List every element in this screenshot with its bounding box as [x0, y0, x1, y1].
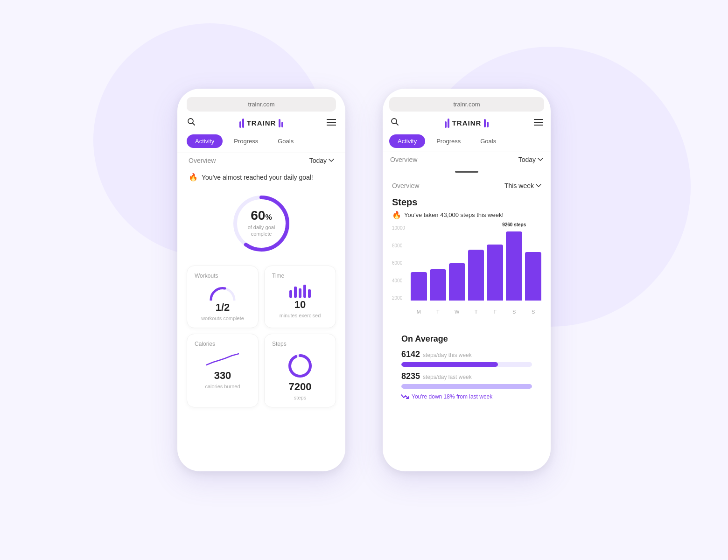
search-icon-left[interactable]: [187, 117, 196, 129]
brand-bar-r4: [487, 122, 489, 127]
tab-goals-right[interactable]: Goals: [472, 134, 504, 148]
brand-text-left: TRAINR: [247, 119, 276, 127]
y-label-4000: 4000: [392, 279, 405, 283]
tab-activity-left[interactable]: Activity: [187, 134, 223, 148]
workouts-card: Workouts 1/2 workouts complete: [187, 266, 259, 328]
workouts-title: Workouts: [195, 273, 251, 279]
down-note: You're down 18% from last week: [401, 393, 532, 400]
brand-bars-right: [279, 119, 283, 127]
x-label-T1: T: [430, 309, 446, 315]
brand-bar-r2: [448, 119, 449, 128]
brand-text-right: TRAINR: [452, 119, 482, 127]
circle-progress-wrap: 60% of daily goal complete: [177, 186, 345, 266]
bar-col-W: [449, 263, 465, 301]
scene: trainr.com TRAINR: [0, 0, 728, 560]
workouts-sub: workouts complete: [195, 315, 251, 321]
workouts-value: 1/2: [195, 301, 251, 314]
search-icon-right[interactable]: [390, 117, 399, 129]
circle-pct-sign: %: [265, 213, 272, 221]
menu-icon-left[interactable]: [327, 118, 336, 128]
overview-label-left: Overview: [189, 157, 216, 164]
url-text-left: trainr.com: [248, 101, 274, 108]
avg-row-this-week: 6142 steps/day this week: [401, 350, 532, 367]
menu-icon-right[interactable]: [534, 118, 543, 128]
bar-col-F: [487, 245, 503, 301]
nav-header-right: TRAINR: [383, 112, 551, 134]
tab-goals-left[interactable]: Goals: [269, 134, 302, 148]
tab-activity-label-right: Activity: [398, 138, 417, 145]
phone-left: trainr.com TRAINR: [177, 89, 345, 471]
today-text-right: Today: [518, 156, 536, 163]
circle-pct-value: 60%: [251, 208, 272, 223]
tab-indicator-line: [455, 171, 478, 173]
progress-bar-last-week: [401, 384, 532, 389]
progress-fill-this-week: [401, 362, 498, 367]
circle-sub-1: of daily goal: [248, 224, 275, 230]
bar-col-S2: [525, 252, 541, 301]
tab-bar-right: Activity Progress Goals: [383, 134, 551, 152]
fire-icon-right: 🔥: [392, 210, 401, 219]
steps-title-left: Steps: [272, 341, 328, 347]
avg-last-week-num: 8235: [401, 371, 420, 381]
today-selector-left[interactable]: Today: [309, 157, 334, 164]
tab-activity-right[interactable]: Activity: [389, 134, 425, 148]
brand-bar-4: [281, 122, 283, 127]
y-label-2000: 2000: [392, 296, 405, 301]
calories-title: Calories: [195, 341, 251, 347]
svg-line-10: [396, 123, 399, 126]
stats-grid-left: Workouts 1/2 workouts complete Time: [177, 266, 345, 407]
circle-progress: 60% of daily goal complete: [229, 191, 294, 256]
bar-S2: [525, 252, 541, 301]
brand-bar-1: [239, 121, 241, 128]
avg-row-last-week-header: 8235 steps/day last week: [401, 371, 532, 381]
x-label-W: W: [449, 309, 465, 315]
section-header-left: Overview Today: [177, 153, 345, 168]
avg-this-week-num: 6142: [401, 350, 420, 359]
time-title: Time: [272, 273, 328, 279]
bar-chart-wrap: 10000 8000 6000 4000 2000: [392, 226, 541, 329]
bar-W: [449, 263, 465, 301]
steps-sub-left: steps: [272, 395, 328, 400]
progress-fill-last-week: [401, 384, 532, 389]
brand-bar-r3: [484, 119, 486, 127]
brand-bars-right-2: [484, 119, 489, 127]
bar-col-T2: [468, 250, 484, 301]
week-selector[interactable]: This week: [504, 182, 541, 189]
tab-goals-label-left: Goals: [278, 138, 294, 145]
brand-left: TRAINR: [239, 119, 284, 128]
circle-text: 60% of daily goal complete: [248, 208, 275, 238]
svg-line-1: [193, 123, 195, 126]
tab-progress-right[interactable]: Progress: [428, 134, 469, 148]
down-note-text: You're down 18% from last week: [412, 393, 492, 400]
bar-col-T1: [430, 269, 446, 301]
gauge-wrap: [195, 284, 251, 301]
brand-right: TRAINR: [445, 119, 489, 128]
bar-F: [487, 245, 503, 301]
bar-T2: [468, 250, 484, 301]
goal-message-left: You've almost reached your daily goal!: [202, 174, 313, 181]
brand-bar-2: [242, 119, 244, 128]
tab-progress-left[interactable]: Progress: [225, 134, 266, 148]
week-section-label: Overview: [392, 182, 419, 189]
week-section: Overview This week Steps 🔥 You've taken …: [383, 176, 551, 400]
bar-T1: [430, 269, 446, 301]
calories-card: Calories 330 calories burned: [187, 334, 259, 407]
time-bar-4: [303, 285, 306, 298]
time-bar-3: [299, 288, 301, 298]
avg-this-week-desc: steps/day this week: [423, 352, 472, 358]
phone-right: trainr.com TRAINR: [383, 89, 551, 471]
y-label-8000: 8000: [392, 244, 405, 248]
time-bar-2: [294, 287, 297, 298]
tab-goals-label-right: Goals: [480, 138, 496, 145]
steps-heading-right: Steps: [392, 197, 541, 208]
steps-message-right: You've taken 43,000 steps this week!: [404, 211, 504, 218]
y-label-10000: 10000: [392, 226, 405, 231]
bar-M: [411, 272, 427, 301]
today-selector-right[interactable]: Today: [518, 156, 543, 163]
time-sub: minutes exercised: [272, 313, 328, 318]
steps-value-left: 7200: [272, 381, 328, 393]
x-label-M: M: [411, 309, 427, 315]
brand-bar-r1: [445, 121, 447, 128]
x-label-T2: T: [468, 309, 484, 315]
avg-title: On Average: [401, 334, 532, 344]
